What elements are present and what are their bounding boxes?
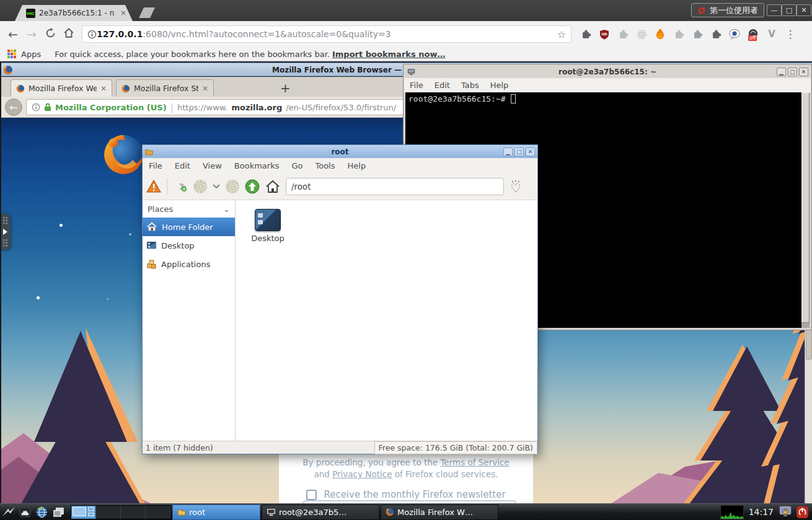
terminal-menu-help[interactable]: Help bbox=[485, 81, 514, 90]
extension-shield-icon[interactable]: UD bbox=[595, 25, 614, 43]
firefox-tab-2[interactable]: Mozilla Firefox Start Pag ✕ bbox=[116, 79, 214, 97]
fm-close-button[interactable]: ✕ bbox=[526, 148, 535, 156]
back-icon[interactable]: ← bbox=[4, 27, 22, 41]
reload-icon[interactable] bbox=[41, 27, 60, 41]
lxde-bird-icon bbox=[2, 506, 15, 518]
terminal-menu-edit[interactable]: Edit bbox=[429, 81, 456, 90]
go-back-icon[interactable] bbox=[193, 180, 207, 193]
urlbar-separator: | bbox=[170, 102, 174, 113]
new-window-warning-icon[interactable] bbox=[146, 180, 161, 193]
bookmark-star-icon[interactable]: ☆ bbox=[557, 29, 566, 40]
site-identity-label[interactable]: Mozilla Corporation (US) bbox=[55, 103, 167, 112]
extension-chat-icon[interactable] bbox=[725, 25, 744, 43]
forward-icon[interactable]: → bbox=[22, 27, 41, 41]
go-forward-icon[interactable] bbox=[226, 180, 239, 193]
tab-close-icon[interactable]: ✕ bbox=[100, 84, 107, 93]
extension-flame-icon[interactable] bbox=[651, 25, 669, 43]
chrome-address-bar[interactable]: 127.0.0.1:6080/vnc.html?autoconnect=1&au… bbox=[82, 25, 571, 43]
terminal-menu-tabs[interactable]: Tabs bbox=[456, 81, 485, 90]
chevron-down-icon[interactable]: ⌄ bbox=[223, 205, 230, 214]
sidebar-item-home-folder[interactable]: Home Folder bbox=[143, 218, 235, 236]
terminal-cursor bbox=[511, 94, 516, 104]
terminal-scrollbar[interactable] bbox=[801, 92, 810, 328]
path-input[interactable] bbox=[286, 178, 504, 195]
firefox-new-tab-icon[interactable]: + bbox=[280, 82, 291, 94]
firefox-back-button[interactable]: ← bbox=[5, 99, 22, 116]
extension-puzzle-icon[interactable] bbox=[576, 25, 595, 43]
import-bookmarks-link[interactable]: Import bookmarks now… bbox=[332, 50, 445, 59]
file-item-desktop[interactable]: Desktop bbox=[243, 209, 293, 243]
chrome-user-badge[interactable]: 第一位使用者 bbox=[691, 3, 764, 17]
extension-puzzle2-icon[interactable] bbox=[669, 25, 688, 43]
terminal-minimize-button[interactable]: ▁ bbox=[777, 68, 786, 76]
file-manager-window: root ▁ □ ✕ File Edit View Bookmarks Go T… bbox=[142, 144, 538, 454]
chrome-new-tab-button[interactable] bbox=[139, 7, 155, 18]
file-label: Desktop bbox=[243, 234, 293, 243]
apps-label[interactable]: Apps bbox=[21, 50, 41, 59]
chrome-menu-icon[interactable]: ⋮ bbox=[781, 25, 800, 43]
new-tab-icon[interactable] bbox=[173, 181, 188, 192]
chrome-maximize-button[interactable]: □ bbox=[782, 4, 797, 16]
extension-puzzle4-icon[interactable] bbox=[707, 25, 725, 43]
extension-recorder-off-icon[interactable]: off bbox=[744, 25, 762, 43]
fm-menu-edit[interactable]: Edit bbox=[169, 161, 196, 170]
tab-close-icon[interactable]: ✕ bbox=[202, 84, 208, 93]
home-icon[interactable] bbox=[60, 27, 78, 41]
page-info-icon[interactable] bbox=[87, 30, 97, 39]
tab-close-icon[interactable]: × bbox=[120, 9, 126, 17]
taskbar-button-root[interactable]: root bbox=[172, 505, 260, 520]
file-manager-launcher[interactable] bbox=[17, 505, 33, 520]
pager-desktop-1[interactable] bbox=[71, 506, 96, 519]
go-up-icon[interactable] bbox=[245, 179, 260, 194]
fm-menu-go[interactable]: Go bbox=[285, 161, 309, 170]
privacy-notice-link[interactable]: Privacy Notice bbox=[332, 469, 392, 479]
extension-puzzle-disabled-icon[interactable] bbox=[614, 25, 632, 43]
fm-menu-view[interactable]: View bbox=[196, 161, 228, 170]
windows-icon bbox=[53, 507, 64, 518]
places-header[interactable]: Places ⌄ bbox=[143, 200, 235, 218]
file-manager-titlebar[interactable]: root ▁ □ ✕ bbox=[143, 145, 537, 158]
clock[interactable]: 14:17 bbox=[749, 507, 774, 517]
lxde-menu-button[interactable] bbox=[0, 505, 17, 520]
terminal-close-button[interactable]: ✕ bbox=[799, 68, 808, 76]
terminal-titlebar[interactable]: root@2e3a7b566c15: ~ ▁ □ ✕ bbox=[404, 65, 811, 78]
novnc-control-handle[interactable] bbox=[0, 214, 11, 250]
power-button-icon[interactable] bbox=[796, 506, 809, 519]
terminal-maximize-button[interactable]: □ bbox=[788, 68, 797, 76]
terminal-menu-file[interactable]: File bbox=[404, 81, 429, 90]
pager-desktop-3[interactable] bbox=[121, 506, 146, 519]
extension-atom-icon[interactable] bbox=[632, 25, 651, 43]
taskbar-button-terminal[interactable]: root@2e3a7b5… bbox=[262, 505, 379, 520]
apps-grid-icon[interactable] bbox=[7, 50, 16, 58]
firefox-tab-1[interactable]: Mozilla Firefox Web Bro ✕ bbox=[11, 79, 112, 97]
fm-menu-file[interactable]: File bbox=[143, 161, 169, 170]
pager-desktop-2[interactable] bbox=[96, 506, 121, 519]
fm-menu-help[interactable]: Help bbox=[342, 161, 373, 170]
goto-location-icon[interactable] bbox=[510, 180, 522, 193]
chrome-titlebar[interactable]: VNC 2e3a7b566c15:1 - n × 第一位使用者 — □ ✕ bbox=[0, 0, 812, 21]
file-list-area[interactable]: Desktop bbox=[236, 200, 537, 441]
fm-menu-tools[interactable]: Tools bbox=[309, 161, 341, 170]
extension-vimium-icon[interactable]: V bbox=[762, 25, 781, 43]
extension-puzzle3-icon[interactable] bbox=[688, 25, 707, 43]
home-icon[interactable] bbox=[265, 180, 280, 193]
chrome-close-button[interactable]: ✕ bbox=[797, 4, 811, 16]
terminal-window-controls: ▁ □ ✕ bbox=[775, 68, 808, 76]
fm-maximize-button[interactable]: □ bbox=[514, 148, 524, 156]
chrome-minimize-button[interactable]: — bbox=[767, 4, 782, 16]
page-info-icon[interactable] bbox=[32, 103, 40, 112]
fm-menu-bookmarks[interactable]: Bookmarks bbox=[228, 161, 286, 170]
chevron-down-icon[interactable] bbox=[213, 184, 220, 189]
taskbar-button-firefox[interactable]: Mozilla Firefox W… bbox=[381, 505, 498, 520]
newsletter-checkbox[interactable] bbox=[306, 490, 317, 500]
pager-desktop-4[interactable] bbox=[146, 506, 170, 519]
scrollbar-thumb[interactable] bbox=[801, 92, 810, 323]
fm-minimize-button[interactable]: ▁ bbox=[503, 148, 513, 156]
iconify-windows-button[interactable] bbox=[50, 505, 67, 520]
terms-of-service-link[interactable]: Terms of Service bbox=[440, 457, 509, 467]
screen-lock-icon[interactable] bbox=[779, 506, 792, 518]
web-browser-launcher[interactable] bbox=[33, 505, 50, 520]
sidebar-item-desktop[interactable]: Desktop bbox=[143, 236, 235, 255]
sidebar-item-applications[interactable]: Applications bbox=[143, 255, 235, 273]
chrome-tab[interactable]: VNC 2e3a7b566c15:1 - n × bbox=[15, 5, 133, 21]
